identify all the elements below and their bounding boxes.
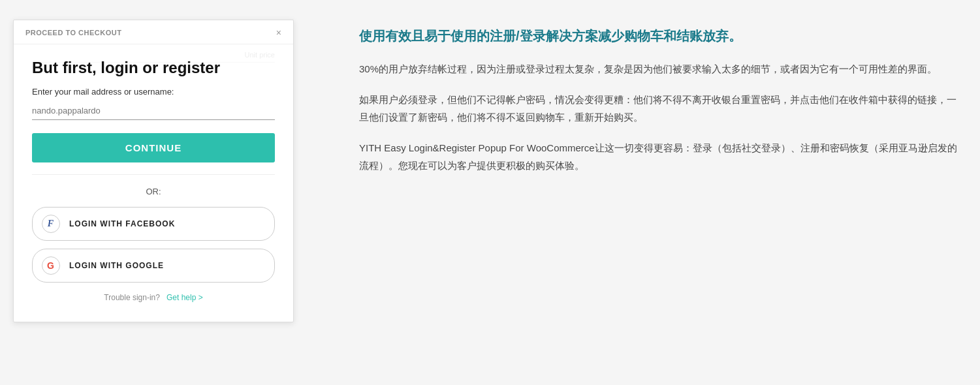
email-username-input[interactable] <box>32 103 275 120</box>
modal-content: But first, login or register Enter your … <box>32 57 275 302</box>
trouble-signin-section: Trouble sign-in? Get help > <box>32 293 275 302</box>
facebook-icon: f <box>42 215 60 233</box>
google-btn-label: LOGIN WITH GOOGLE <box>69 261 164 270</box>
modal-close-button[interactable]: × <box>276 28 281 37</box>
modal-wrapper: PROCEED TO CHECKOUT × Unit price But fir… <box>13 20 294 322</box>
page-container: PROCEED TO CHECKOUT × Unit price But fir… <box>13 13 966 329</box>
or-divider: OR: <box>32 187 275 196</box>
facebook-login-button[interactable]: f LOGIN WITH FACEBOOK <box>32 207 275 241</box>
description-heading: 使用有效且易于使用的注册/登录解决方案减少购物车和结账放弃。 <box>359 26 960 46</box>
modal-body: Unit price But first, login or register … <box>14 44 293 322</box>
description-panel: 使用有效且易于使用的注册/登录解决方案减少购物车和结账放弃。 30%的用户放弃结… <box>346 20 966 194</box>
modal-title: But first, login or register <box>32 57 275 78</box>
description-paragraph-1: 30%的用户放弃结帐过程，因为注册或登录过程太复杂，复杂是因为他们被要求输入太多… <box>359 60 960 78</box>
modal-header: PROCEED TO CHECKOUT × <box>14 20 293 44</box>
description-paragraph-3: YITH Easy Login&Register Popup For WooCo… <box>359 139 960 174</box>
description-paragraph-2: 如果用户必须登录，但他们不记得帐户密码，情况会变得更糟：他们将不得不离开收银台重… <box>359 91 960 126</box>
continue-button[interactable]: CONTINUE <box>32 133 275 162</box>
facebook-btn-label: LOGIN WITH FACEBOOK <box>69 219 175 228</box>
google-icon: G <box>42 256 60 275</box>
get-help-link[interactable]: Get help > <box>166 293 203 302</box>
modal-header-title: PROCEED TO CHECKOUT <box>25 29 121 37</box>
trouble-text: Trouble sign-in? <box>104 293 160 302</box>
modal-subtitle: Enter your mail address or username: <box>32 87 275 97</box>
google-login-button[interactable]: G LOGIN WITH GOOGLE <box>32 249 275 283</box>
divider <box>32 174 275 175</box>
